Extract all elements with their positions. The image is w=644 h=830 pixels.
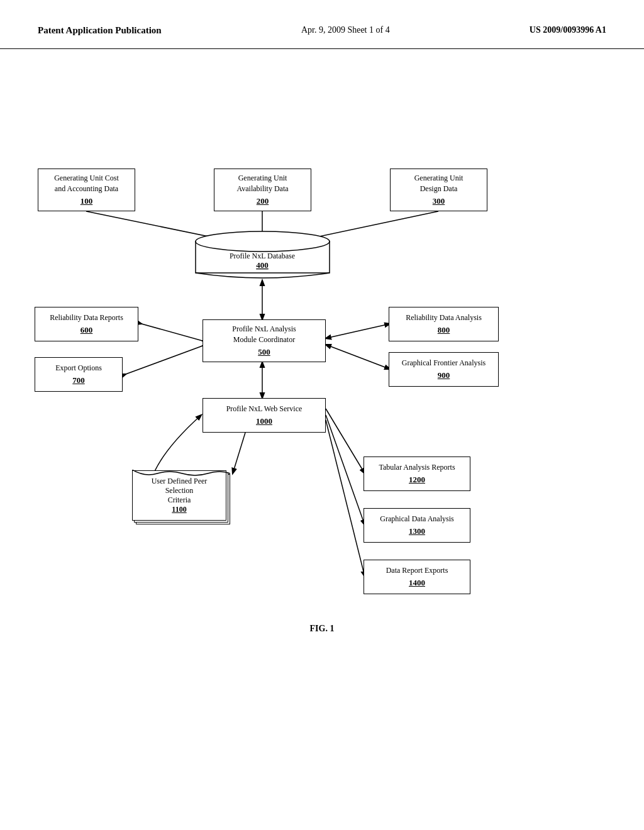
date-sheet-label: Apr. 9, 2009 Sheet 1 of 4 [301,25,390,35]
box-1200-label: Tabular Analysis Reports [379,462,455,473]
fig-label: FIG. 1 [0,624,644,634]
box-600: Reliability Data Reports 600 [35,307,138,341]
box-1400: Data Report Exports 1400 [364,560,470,594]
box-600-label: Reliability Data Reports [50,313,123,323]
box-600-num: 600 [80,324,93,336]
box-100: Generating Unit Costand Accounting Data … [38,169,135,211]
box-900: Graphical Frontier Analysis 900 [389,352,499,387]
box-200: Generating UnitAvailability Data 200 [214,169,311,211]
box-1000: Profile NxL Web Service 1000 [203,398,326,433]
svg-line-6 [326,324,390,338]
box-800-num: 800 [438,324,450,336]
svg-line-10 [326,409,365,473]
diagram: Generating Unit Costand Accounting Data … [0,55,644,672]
box-900-num: 900 [438,370,450,381]
box-200-label: Generating UnitAvailability Data [236,173,288,194]
box-100-label: Generating Unit Costand Accounting Data [54,173,119,194]
box-500-num: 500 [258,346,270,358]
patent-number-label: US 2009/0093996 A1 [530,25,606,35]
box-1300-num: 1300 [409,526,425,537]
box-700-num: 700 [72,375,85,386]
svg-line-11 [326,415,365,525]
publication-label: Patent Application Publication [38,25,162,36]
page: Patent Application Publication Apr. 9, 2… [0,0,644,830]
box-300-num: 300 [433,196,445,207]
svg-line-4 [142,324,203,341]
box-800-label: Reliability Data Analysis [406,313,482,323]
box-700-label: Export Options [55,363,102,374]
svg-line-7 [326,345,390,369]
box-1400-num: 1400 [409,577,425,589]
wave-svg [132,470,230,479]
box-1200: Tabular Analysis Reports 1200 [364,456,470,491]
box-300-label: Generating UnitDesign Data [414,173,464,194]
box-700: Export Options 700 [35,357,123,392]
box-500-label: Profile NxL AnalysisModule Coordinator [232,324,296,345]
svg-text:Profile NxL Database: Profile NxL Database [230,252,295,260]
box-900-label: Graphical Frontier Analysis [402,358,486,368]
box-1000-label: Profile NxL Web Service [226,404,303,414]
header: Patent Application Publication Apr. 9, 2… [0,0,644,49]
box-400: Profile NxL Database 400 [195,230,330,283]
svg-line-12 [326,420,365,577]
svg-line-9 [233,433,245,473]
box-1300: Graphical Data Analysis 1300 [364,508,470,543]
svg-point-14 [196,231,330,252]
box-1100-label: User Defined Peer SelectionCriteria [136,477,222,505]
box-1000-num: 1000 [256,416,272,427]
svg-text:400: 400 [256,260,269,270]
box-1200-num: 1200 [409,474,425,485]
box-300: Generating UnitDesign Data 300 [390,169,487,211]
box-1100-num: 1100 [172,505,186,514]
box-800: Reliability Data Analysis 800 [389,307,499,341]
cylinder-svg: Profile NxL Database 400 [195,230,330,280]
box-500: Profile NxL AnalysisModule Coordinator 5… [203,319,326,362]
box-100-num: 100 [80,196,93,207]
svg-line-5 [126,346,203,374]
box-200-num: 200 [257,196,269,207]
box-1300-label: Graphical Data Analysis [380,514,453,524]
box-1400-label: Data Report Exports [386,565,448,576]
